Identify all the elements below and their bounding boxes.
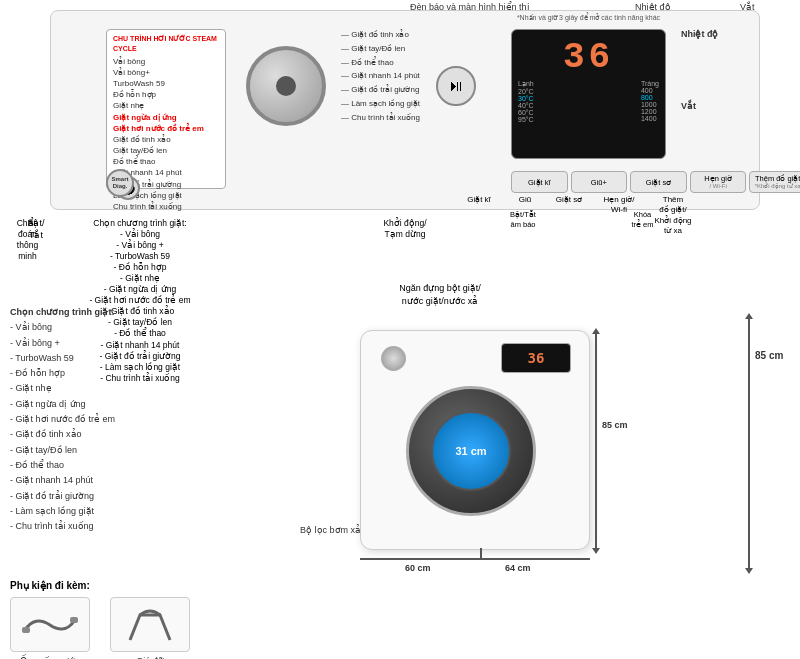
prog-item-8: Giặt đồ tinh xảo <box>113 134 219 145</box>
spin-1200: 1200 <box>641 108 659 115</box>
prog-item-3: TurboWash 59 <box>113 78 219 89</box>
chan-doan-annotation: Chẩnđoánthôngminh <box>0 218 55 262</box>
cct-item-13: - Làm sạch lồng giặt <box>10 506 94 516</box>
gia-do-icon <box>125 605 175 645</box>
top-diagram: Đèn báo và màn hình hiển thị Nhiệt độ Vắ… <box>0 0 800 310</box>
dim-line-right <box>595 330 597 550</box>
cct-item-4: - Đồ hỗn hợp <box>10 368 65 378</box>
accessories-title: Phụ kiện đi kèm: <box>10 580 310 591</box>
accessories-items: Ống cấp nước Giá đỡ <box>10 597 310 659</box>
dim-85-label: 85 cm <box>602 420 628 430</box>
dim-85-vert-line <box>748 315 750 570</box>
vat-right-label: Vắt <box>681 101 696 111</box>
prog-item-1: Vải bông <box>113 56 219 67</box>
dim-85-arrow-bottom <box>745 568 753 574</box>
dim-60-label: 60 cm <box>405 563 431 573</box>
nhiet-do-right-label: Nhiệt độ <box>681 29 719 39</box>
play-pause-icon: ⏯ <box>448 77 464 95</box>
accessory-gia-do: Giá đỡ <box>110 597 190 659</box>
cct-item-2: - Vải bông + <box>10 338 60 348</box>
prog-item-7: Giặt hơi nước đồ trẻ em <box>113 123 219 134</box>
dim-arrow-top <box>592 328 600 334</box>
khoa-tre-em-annot: Khóatrẻ em <box>620 210 665 230</box>
hen-gio-label: Hẹn giờ <box>704 174 732 183</box>
display-values-row: Lạnh 20°C 30°C 40°C 60°C 95°C Tráng 400 … <box>518 80 659 123</box>
play-pause-button[interactable]: ⏯ <box>436 66 476 106</box>
ong-cap-nuoc-icon <box>20 605 80 645</box>
dim-divider-60 <box>480 548 482 560</box>
machine-display-num: 36 <box>528 350 545 366</box>
spin-1000: 1000 <box>641 101 659 108</box>
temp-20: 20°C <box>518 88 534 95</box>
giat-so-annot: Giặt sơ <box>548 195 590 205</box>
cct-item-12: - Giặt đồ trải giường <box>10 491 94 501</box>
dim-85-right-label: 85 cm <box>755 350 783 361</box>
rp-3: — Đồ thể thao <box>341 57 420 70</box>
chon-chuong-trinh-text: Chọn chương trình giặt: - Vải bông - Vải… <box>10 305 245 534</box>
rp-7: — Chu trình tải xuống <box>341 112 420 125</box>
rp-1: — Giặt đồ tinh xảo <box>341 29 420 42</box>
cct-item-10: - Đồ thể thao <box>10 460 64 470</box>
hen-gio-sub: / Wi-Fi <box>709 183 726 190</box>
rp-6: — Làm sạch lồng giặt <box>341 98 420 111</box>
machine-image: Ngăn đựng bột giặt/nước giặt/nước xả 36 … <box>340 300 630 590</box>
giat-ki-button[interactable]: Giặt kĩ <box>511 171 568 193</box>
giu-plus-label: Giũ+ <box>591 178 607 187</box>
bat-tat-am-bao-annot: Bật/Tắtâm báo <box>498 210 548 230</box>
khoi-dong-annotation: Khởi động/Tạm dừng <box>375 218 435 240</box>
giat-ki-annot: Giặt kĩ <box>455 195 503 205</box>
dim-85-arrow-top <box>745 313 753 319</box>
giat-ki-label: Giặt kĩ <box>528 178 551 187</box>
them-do-button[interactable]: Thêm đồ giặt *Khởi động từ xa <box>749 171 800 193</box>
cct-item-1: - Vải bông <box>10 322 52 332</box>
spin-800: 800 <box>641 94 659 101</box>
them-do-label: Thêm đồ giặt <box>755 174 800 183</box>
cct-item-11: - Giặt nhanh 14 phút <box>10 475 93 485</box>
temp-60: 60°C <box>518 109 534 116</box>
temp-30: 30°C <box>518 95 534 102</box>
spin-trang: Tráng <box>641 80 659 87</box>
prog-item-5: Giặt nhẹ <box>113 100 219 111</box>
display-note: *Nhấn và giữ 3 giây để mở các tính năng … <box>511 14 666 22</box>
giu-plus-button[interactable]: Giũ+ <box>571 171 628 193</box>
cct-item-8: - Giặt đồ tinh xảo <box>10 429 82 439</box>
spin-column: Tráng 400 800 1000 1200 1400 <box>641 80 659 123</box>
prog-item-9: Giặt tay/Đồ len <box>113 145 219 156</box>
buttons-row: Giặt kĩ Giũ+ Giặt sơ Hẹn giờ / Wi-Fi Thê… <box>511 171 800 193</box>
cct-item-5: - Giặt nhẹ <box>10 383 52 393</box>
machine-door-text: 31 cm <box>455 445 486 457</box>
svg-rect-0 <box>22 627 30 633</box>
gia-do-box <box>110 597 190 652</box>
prog-item-14: Chu trình tải xuống <box>113 201 219 212</box>
giat-so-button[interactable]: Giặt sơ <box>630 171 687 193</box>
display-number: 36 <box>518 40 659 76</box>
right-program-labels: — Giặt đồ tinh xảo — Giặt tay/Đồ len — Đ… <box>341 29 420 126</box>
cct-item-6: - Giặt ngừa dị ứng <box>10 399 86 409</box>
cct-title: Chọn chương trình giặt: <box>10 307 114 317</box>
rp-2: — Giặt tay/Đồ len <box>341 43 420 56</box>
accessories-section: Phụ kiện đi kèm: Ống cấp nước <box>10 580 310 659</box>
dim-line-bottom <box>360 558 590 560</box>
temp-lanh: Lạnh <box>518 80 534 88</box>
cct-item-14: - Chu trình tải xuống <box>10 521 94 531</box>
machine-body: 36 31 cm <box>360 330 590 550</box>
ong-cap-nuoc-box <box>10 597 90 652</box>
temp-95: 95°C <box>518 116 534 123</box>
dial-inner <box>276 76 296 96</box>
prog-item-6: Giặt ngừa dị ứng <box>113 112 219 123</box>
cct-item-3: - TurboWash 59 <box>10 353 74 363</box>
machine-door-inner: 31 cm <box>431 411 511 491</box>
spin-400: 400 <box>641 87 659 94</box>
dim-arrow-bottom <box>592 548 600 554</box>
smart-diag-icon: SmartDiag. <box>111 176 128 189</box>
smart-diagnosis-button[interactable]: SmartDiag. <box>106 169 134 197</box>
cct-item-9: - Giặt tay/Đồ len <box>10 445 77 455</box>
accessory-ong-cap-nuoc: Ống cấp nước <box>10 597 90 659</box>
dim-64-label: 64 cm <box>505 563 531 573</box>
program-list-box: CHU TRÌNH HƠI NƯỚC STEAM CYCLE Vải bông … <box>106 29 226 189</box>
giu-annot: Giũ <box>504 195 546 205</box>
hen-gio-button[interactable]: Hẹn giờ / Wi-Fi <box>690 171 747 193</box>
spin-1400: 1400 <box>641 115 659 122</box>
program-dial[interactable] <box>246 46 326 126</box>
cct-item-7: - Giặt hơi nước đồ trẻ em <box>10 414 115 424</box>
